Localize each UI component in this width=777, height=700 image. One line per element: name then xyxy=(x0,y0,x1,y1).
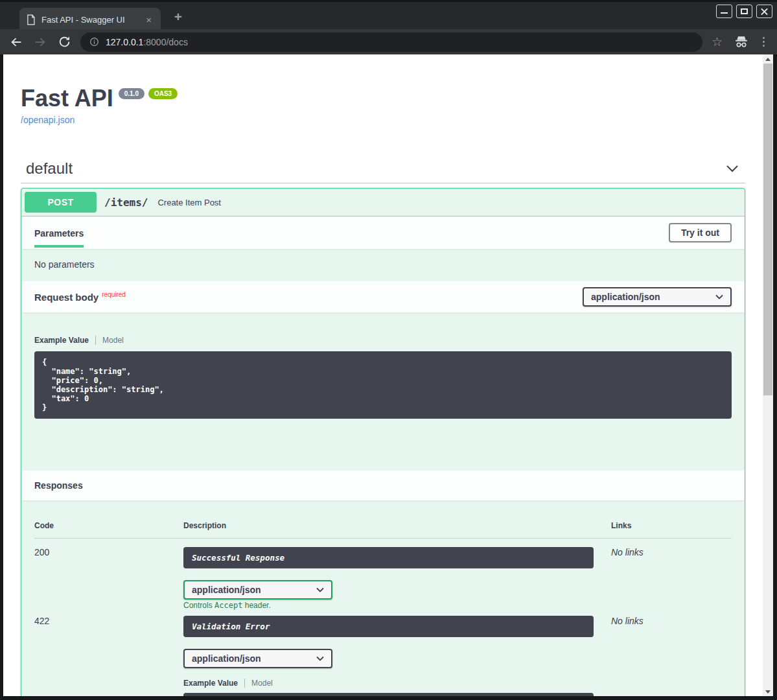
browser-window: Fast API - Swagger UI × + xyxy=(0,0,777,700)
bookmark-star-icon[interactable]: ☆ xyxy=(712,36,723,48)
window-controls xyxy=(716,5,772,18)
request-body-label: Request bodyrequired xyxy=(34,292,126,303)
tab-title: Fast API - Swagger UI xyxy=(41,15,143,25)
responses-table-header: Code Description Links xyxy=(34,521,732,539)
url-bar[interactable]: 127.0.0.1:8000/docs xyxy=(80,32,702,52)
tab-example-value[interactable]: Example Value xyxy=(183,679,238,688)
url-text: 127.0.0.1:8000/docs xyxy=(106,37,188,47)
response-200-description: Successful Response xyxy=(183,547,594,568)
browser-tab[interactable]: Fast API - Swagger UI × xyxy=(19,8,161,31)
page-favicon-icon xyxy=(26,14,36,25)
method-badge: POST xyxy=(25,192,97,213)
request-body-example-section: Example Value Model { "name": "string", … xyxy=(21,312,745,471)
url-host: 127.0.0.1 xyxy=(106,37,143,47)
operation-summary-text: Create Item Post xyxy=(157,198,221,207)
request-example-code: { "name": "string", "price": 0, "descrip… xyxy=(34,351,732,419)
swagger-content: Fast API 0.1.0 OAS3 /openapi.json defaul… xyxy=(3,54,763,696)
response-row-200: 200 Successful Response application/json… xyxy=(34,539,732,610)
openapi-spec-link[interactable]: /openapi.json xyxy=(21,115,75,125)
oas3-badge: OAS3 xyxy=(148,88,178,99)
select-chevron-icon xyxy=(316,587,324,592)
chevron-down-icon[interactable] xyxy=(726,165,739,172)
back-button[interactable] xyxy=(8,34,24,50)
response-code: 422 xyxy=(34,616,183,696)
minimize-icon xyxy=(721,12,728,14)
col-code: Code xyxy=(34,521,183,530)
maximize-icon xyxy=(741,8,748,14)
tab-close-icon[interactable]: × xyxy=(143,15,154,25)
site-info-icon[interactable] xyxy=(89,36,100,47)
response-200-description-cell: Successful Response application/json Con… xyxy=(183,547,611,610)
reload-button[interactable] xyxy=(56,34,72,50)
request-body-header: Request bodyrequired application/json xyxy=(21,281,745,312)
operation-summary[interactable]: POST /items/ Create Item Post xyxy=(21,189,745,216)
minimize-button[interactable] xyxy=(716,5,732,18)
close-button[interactable] xyxy=(756,5,772,18)
scrollbar-thumb[interactable] xyxy=(763,64,772,395)
version-badge: 0.1.0 xyxy=(119,88,145,99)
col-links: Links xyxy=(611,521,732,530)
api-info: Fast API 0.1.0 OAS3 xyxy=(21,84,745,112)
example-model-tabs: Example Value Model xyxy=(34,336,732,345)
page-scrollbar[interactable] xyxy=(763,54,773,696)
browser-menu-button[interactable] xyxy=(759,36,769,48)
maximize-button[interactable] xyxy=(736,5,752,18)
response-422-example-code xyxy=(183,693,594,696)
required-badge: required xyxy=(102,291,126,298)
example-model-tabs: Example Value Model xyxy=(183,679,611,688)
tab-model[interactable]: Model xyxy=(102,336,124,345)
opblock-post-items: POST /items/ Create Item Post Parameters… xyxy=(21,188,745,696)
forward-button[interactable] xyxy=(32,34,48,50)
browser-toolbar: 127.0.0.1:8000/docs ☆ xyxy=(0,29,777,54)
response-200-media-type-select[interactable]: application/json xyxy=(183,580,332,600)
controls-accept-note: Controls Accept header. xyxy=(183,601,611,610)
incognito-icon xyxy=(734,36,748,49)
col-description: Description xyxy=(183,521,611,530)
response-422-description: Validation Error xyxy=(183,616,594,637)
request-content-type-select[interactable]: application/json xyxy=(583,287,732,307)
response-422-links: No links xyxy=(611,616,732,696)
page-title: Fast API xyxy=(21,84,113,112)
tag-section-header[interactable]: default xyxy=(21,159,745,183)
tab-strip: Fast API - Swagger UI × + xyxy=(0,0,777,29)
response-code: 200 xyxy=(34,547,183,610)
response-200-links: No links xyxy=(611,547,732,610)
responses-table: Code Description Links 200 Successful Re… xyxy=(21,500,745,696)
response-422-media-type-select[interactable]: application/json xyxy=(183,649,332,668)
responses-section-title: Responses xyxy=(21,471,745,500)
tab-model[interactable]: Model xyxy=(251,679,273,688)
scroll-up-button[interactable] xyxy=(763,54,773,64)
select-chevron-icon xyxy=(715,294,723,299)
no-parameters-text: No parameters xyxy=(21,249,745,281)
tag-title: default xyxy=(26,159,73,178)
scroll-down-icon xyxy=(765,690,771,694)
try-it-out-button[interactable]: Try it out xyxy=(669,223,732,242)
response-row-422: 422 Validation Error application/json Ex… xyxy=(34,610,732,696)
url-path: :8000/docs xyxy=(143,37,188,47)
tab-parameters[interactable]: Parameters xyxy=(34,218,84,248)
scroll-down-button[interactable] xyxy=(763,687,773,696)
response-422-description-cell: Validation Error application/json Exampl… xyxy=(183,616,611,696)
select-chevron-icon xyxy=(316,656,324,661)
scroll-up-icon xyxy=(765,58,771,61)
parameters-header: Parameters Try it out xyxy=(21,216,745,249)
page-viewport: Fast API 0.1.0 OAS3 /openapi.json defaul… xyxy=(3,54,763,696)
tab-example-value[interactable]: Example Value xyxy=(34,336,89,345)
operation-path: /items/ xyxy=(104,196,148,209)
new-tab-button[interactable]: + xyxy=(170,9,186,25)
api-badges: 0.1.0 OAS3 xyxy=(119,88,178,99)
request-content-type-value: application/json xyxy=(591,292,660,302)
